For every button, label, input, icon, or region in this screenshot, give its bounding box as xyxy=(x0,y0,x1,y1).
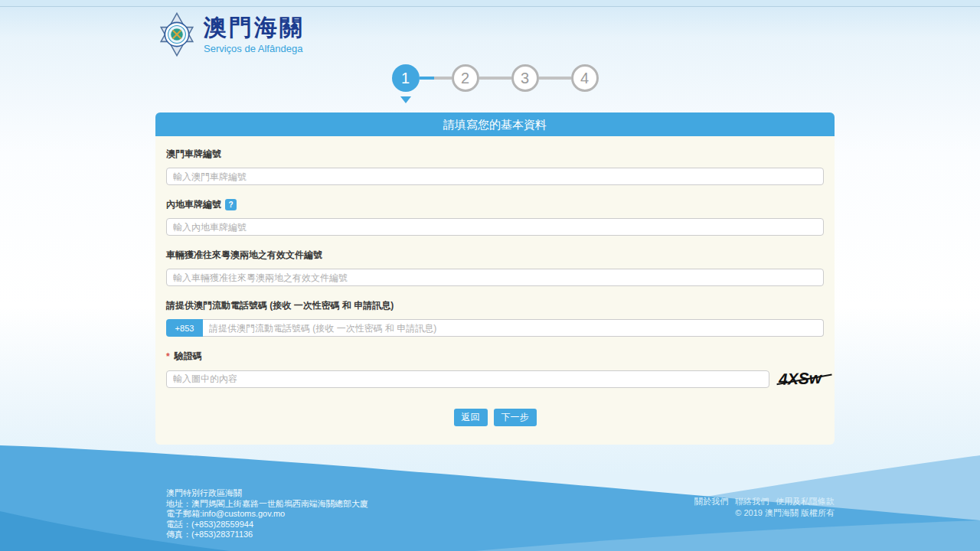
footer-link-terms[interactable]: 使用及私隱條款 xyxy=(776,497,835,506)
form-actions: 返回 下一步 xyxy=(166,409,824,426)
permit-document-label: 車輛獲准往來粵澳兩地之有效文件編號 xyxy=(166,249,824,262)
customs-badge-icon xyxy=(157,11,197,57)
footer-contact-info: 澳門特別行政區海關 地址：澳門媽閣上街嘉路一世船塢西南端海關總部大廈 電子郵箱:… xyxy=(166,488,368,540)
step-3: 3 xyxy=(511,64,539,92)
permit-document-input[interactable] xyxy=(166,269,824,286)
basic-info-form-card: 請填寫您的基本資料 澳門車牌編號 內地車牌編號 ? 車輛獲准往來粵澳兩地之有效文… xyxy=(155,112,835,445)
step-connector-2 xyxy=(479,77,511,80)
step-2: 2 xyxy=(452,64,479,92)
captcha-input[interactable] xyxy=(166,370,769,388)
footer-email: 電子郵箱:info@customs.gov.mo xyxy=(166,509,368,520)
mainland-plate-input[interactable] xyxy=(166,218,824,236)
macau-plate-label: 澳門車牌編號 xyxy=(166,148,824,161)
form-body: 澳門車牌編號 內地車牌編號 ? 車輛獲准往來粵澳兩地之有效文件編號 請提供澳門流… xyxy=(155,136,835,426)
help-icon[interactable]: ? xyxy=(225,199,237,210)
footer-link-contact[interactable]: 聯絡我們 xyxy=(735,497,769,506)
macau-plate-input[interactable] xyxy=(166,168,824,185)
step-1-circle: 1 xyxy=(392,64,420,92)
back-button[interactable]: 返回 xyxy=(454,409,488,426)
brand-name-pt: Serviços de Alfândega xyxy=(204,43,305,54)
phone-prefix-badge: +853 xyxy=(166,319,203,337)
field-captcha: *驗證碼 4XSw xyxy=(166,350,824,388)
captcha-image[interactable]: 4XSw xyxy=(779,369,822,389)
active-step-arrow-icon xyxy=(400,96,411,103)
mobile-phone-input[interactable] xyxy=(203,319,824,337)
field-permit-document: 車輛獲准往來粵澳兩地之有效文件編號 xyxy=(166,249,824,286)
footer-address: 地址：澳門媽閣上街嘉路一世船塢西南端海關總部大廈 xyxy=(166,499,368,510)
next-button[interactable]: 下一步 xyxy=(494,409,537,426)
captcha-input-group: 4XSw xyxy=(166,370,824,388)
mainland-plate-label: 內地車牌編號 ? xyxy=(166,198,824,211)
form-title: 請填寫您的基本資料 xyxy=(155,112,835,136)
required-mark: * xyxy=(166,351,170,362)
footer-links: 關於我們 聯絡我們 使用及私隱條款 xyxy=(690,496,835,507)
brand-name-zh: 澳門海關 xyxy=(204,15,305,41)
step-4-circle: 4 xyxy=(571,64,599,92)
mobile-phone-label: 請提供澳門流動電話號碼 (接收 一次性密碼 和 申請訊息) xyxy=(166,299,824,312)
field-mainland-plate: 內地車牌編號 ? xyxy=(166,198,824,236)
footer-fax: 傳真：(+853)28371136 xyxy=(166,530,368,540)
footer-copyright: © 2019 澳門海關 版權所有 xyxy=(690,507,835,519)
top-strip xyxy=(0,0,980,7)
footer-org-name: 澳門特別行政區海關 xyxy=(166,488,368,499)
footer-link-about[interactable]: 關於我們 xyxy=(694,497,728,506)
step-connector-1 xyxy=(420,77,452,80)
step-connector-3 xyxy=(539,77,571,80)
footer-phone: 電話：(+853)28559944 xyxy=(166,520,368,530)
step-2-circle: 2 xyxy=(452,64,479,92)
field-macau-plate: 澳門車牌編號 xyxy=(166,148,824,185)
step-indicator: 1 2 3 4 xyxy=(155,64,835,92)
step-4: 4 xyxy=(571,64,599,92)
footer-links-block: 關於我們 聯絡我們 使用及私隱條款 © 2019 澳門海關 版權所有 xyxy=(690,496,835,519)
site-logo[interactable]: 澳門海關 Serviços de Alfândega xyxy=(157,11,305,57)
step-3-circle: 3 xyxy=(511,64,539,92)
step-1: 1 xyxy=(392,64,420,92)
brand-text: 澳門海關 Serviços de Alfândega xyxy=(204,11,305,54)
phone-input-group: +853 xyxy=(166,319,824,337)
field-mobile-phone: 請提供澳門流動電話號碼 (接收 一次性密碼 和 申請訊息) +853 xyxy=(166,299,824,337)
captcha-label: *驗證碼 xyxy=(166,350,824,363)
